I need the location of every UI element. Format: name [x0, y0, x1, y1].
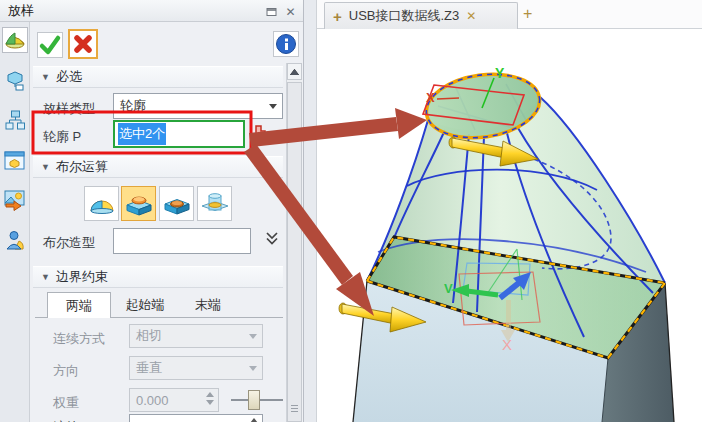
- weight-slider-handle[interactable]: [248, 390, 260, 410]
- cube-tree-icon[interactable]: [2, 67, 28, 93]
- check-icon: [38, 33, 62, 57]
- plane-x-label: X: [502, 336, 512, 353]
- weight-label: 权重: [53, 394, 79, 412]
- modified-mark-icon: +: [333, 8, 342, 25]
- chevron-down-icon: [249, 334, 257, 339]
- document-canvas: + USB接口数据线.Z3 ✕ +: [316, 0, 702, 422]
- double-chevron-down-icon: [264, 230, 280, 246]
- user-icon[interactable]: [2, 227, 28, 253]
- boolean-intersect-icon[interactable]: [197, 186, 232, 221]
- info-button[interactable]: [273, 31, 299, 57]
- dialog-titlebar: 放样: [0, 0, 303, 22]
- dialog-title: 放样: [8, 2, 34, 20]
- direction-select: 垂直: [129, 356, 263, 380]
- section-header-boolean[interactable]: ▼ 布尔运算: [33, 156, 283, 178]
- app-root: 放样 ✕: [0, 0, 702, 422]
- tab-close-icon[interactable]: ✕: [466, 9, 476, 23]
- restore-window-icon[interactable]: [264, 4, 279, 19]
- spinner-icon: [250, 418, 258, 422]
- image-arrow-icon[interactable]: [2, 187, 28, 213]
- boolean-base-icon[interactable]: [84, 186, 119, 221]
- top-x-axis-label: X: [426, 90, 435, 105]
- document-tab-bar: + USB接口数据线.Z3 ✕ +: [317, 0, 702, 29]
- boolean-shape-input[interactable]: [113, 228, 251, 254]
- dock-toolbar: [0, 22, 30, 422]
- dock-splitter[interactable]: [304, 0, 316, 422]
- collapse-icon: ▼: [41, 72, 50, 82]
- triangle-up-icon: [290, 69, 299, 75]
- profile-flag-icon: [252, 123, 268, 143]
- scrollbar-grip: [291, 403, 298, 414]
- new-tab-button[interactable]: +: [523, 5, 532, 23]
- boolean-shape-label: 布尔造型: [43, 234, 95, 252]
- window-cube-icon[interactable]: [2, 147, 28, 173]
- continuity-select: 相切: [129, 324, 263, 348]
- scrollbar-up-button[interactable]: [287, 63, 302, 80]
- profile-input-selected-text: 选中2个: [118, 123, 166, 145]
- boolean-add-icon[interactable]: [121, 186, 156, 221]
- loft-feature-icon[interactable]: [2, 27, 28, 53]
- cancel-button[interactable]: [68, 29, 98, 59]
- spinner-icon: [206, 392, 214, 405]
- tab-start-end[interactable]: 起始端: [111, 292, 179, 318]
- scrollbar-thumb[interactable]: [287, 82, 302, 422]
- direction-label: 方向: [53, 362, 79, 380]
- document-tab-active[interactable]: + USB接口数据线.Z3 ✕: [324, 2, 518, 29]
- profile-input[interactable]: 选中2个: [113, 120, 245, 148]
- continuity-label: 连续方式: [53, 330, 105, 348]
- profile-label: 轮廓 P: [43, 128, 81, 146]
- expand-more-button[interactable]: [264, 230, 280, 249]
- tab-end[interactable]: 末端: [179, 292, 237, 318]
- chevron-down-icon: [249, 366, 257, 371]
- loft-type-select[interactable]: 轮廓: [113, 93, 283, 119]
- loft-type-label: 放样类型: [43, 100, 95, 118]
- info-icon: [275, 33, 297, 55]
- ok-button[interactable]: [37, 32, 63, 58]
- loft-preview-scene: V X X Y: [317, 30, 702, 422]
- chevron-down-icon: [269, 104, 277, 109]
- cross-icon: [71, 32, 95, 56]
- document-tab-label: USB接口数据线.Z3: [349, 7, 460, 25]
- clipped-row-input[interactable]: [129, 414, 263, 422]
- model-viewport[interactable]: V X X Y: [317, 29, 702, 422]
- loft-dialog-panel: 放样 ✕: [0, 0, 304, 422]
- hierarchy-icon[interactable]: [2, 107, 28, 133]
- panel-scrollbar[interactable]: [286, 63, 302, 422]
- boolean-subtract-icon[interactable]: [159, 186, 194, 221]
- loft-dialog-content: ▼ 必选 放样类型 轮廓 轮廓 P 选中2个 ▼ 布尔运算: [31, 22, 303, 422]
- weight-spinbox: 0.000: [129, 388, 219, 412]
- section-header-boundary[interactable]: ▼ 边界约束: [33, 266, 283, 288]
- tab-both-ends[interactable]: 两端: [47, 292, 111, 318]
- collapse-icon: ▼: [41, 272, 50, 282]
- collapse-icon: ▼: [41, 162, 50, 172]
- top-y-axis-label: Y: [495, 65, 505, 81]
- section-header-required[interactable]: ▼ 必选: [33, 66, 283, 88]
- clipped-row-label: 缩放: [53, 418, 79, 422]
- plane-v-label: V: [444, 281, 453, 296]
- close-window-icon[interactable]: ✕: [283, 4, 298, 19]
